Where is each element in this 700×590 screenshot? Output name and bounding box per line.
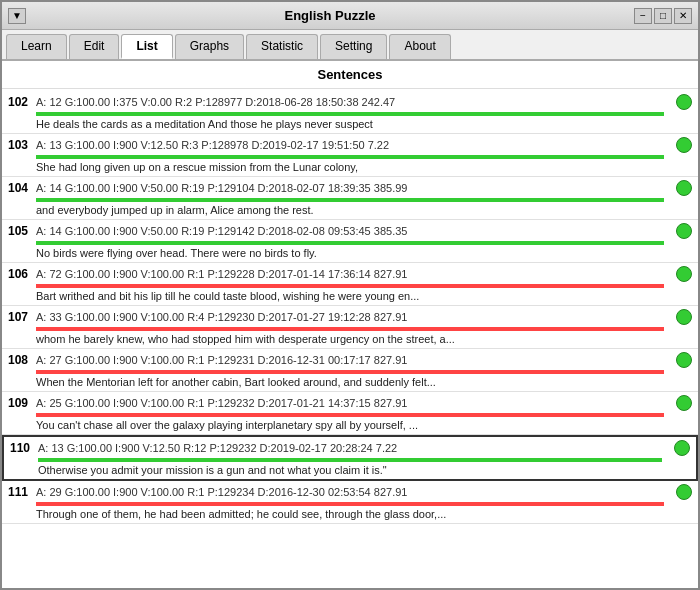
sentence-meta: A: 14 G:100.00 I:900 V:50.00 R:19 P:1291… (36, 225, 670, 237)
status-dot (674, 440, 690, 456)
progress-bar-container (38, 458, 662, 462)
status-dot (676, 309, 692, 325)
progress-bar-container (36, 241, 664, 245)
status-dot (676, 395, 692, 411)
status-dot (676, 94, 692, 110)
progress-bar (36, 241, 664, 245)
sentence-meta: A: 33 G:100.00 I:900 V:100.00 R:4 P:1292… (36, 311, 670, 323)
sentence-text: Bart writhed and bit his lip till he cou… (36, 290, 692, 302)
progress-bar (36, 502, 664, 506)
sentence-meta: A: 72 G:100.00 I:900 V:100.00 R:1 P:1292… (36, 268, 670, 280)
sentence-meta: A: 13 G:100.00 I:900 V:12.50 R:12 P:1292… (38, 442, 668, 454)
table-row[interactable]: 107A: 33 G:100.00 I:900 V:100.00 R:4 P:1… (2, 306, 698, 349)
sentence-number: 106 (8, 267, 36, 281)
sentence-number: 109 (8, 396, 36, 410)
sentence-text: He deals the cards as a meditation And t… (36, 118, 692, 130)
status-dot (676, 223, 692, 239)
sentence-meta: A: 12 G:100.00 I:375 V:0.00 R:2 P:128977… (36, 96, 670, 108)
tab-edit[interactable]: Edit (69, 34, 120, 59)
status-dot (676, 484, 692, 500)
sentence-text: Through one of them, he had been admitte… (36, 508, 692, 520)
progress-bar-container (36, 155, 664, 159)
progress-bar-container (36, 327, 664, 331)
title-bar-left: ▼ (8, 8, 26, 24)
sentence-meta: A: 14 G:100.00 I:900 V:50.00 R:19 P:1291… (36, 182, 670, 194)
table-row[interactable]: 103A: 13 G:100.00 I:900 V:12.50 R:3 P:12… (2, 134, 698, 177)
collapse-button[interactable]: ▼ (8, 8, 26, 24)
table-row[interactable]: 106A: 72 G:100.00 I:900 V:100.00 R:1 P:1… (2, 263, 698, 306)
sentence-meta: A: 29 G:100.00 I:900 V:100.00 R:1 P:1292… (36, 486, 670, 498)
progress-bar-container (36, 112, 664, 116)
status-dot (676, 352, 692, 368)
sentence-text: whom he barely knew, who had stopped him… (36, 333, 692, 345)
table-row[interactable]: 108A: 27 G:100.00 I:900 V:100.00 R:1 P:1… (2, 349, 698, 392)
status-dot (676, 180, 692, 196)
sentence-text: She had long given up on a rescue missio… (36, 161, 692, 173)
sentence-meta: A: 25 G:100.00 I:900 V:100.00 R:1 P:1292… (36, 397, 670, 409)
progress-bar (36, 112, 664, 116)
progress-bar-container (36, 502, 664, 506)
sentence-number: 104 (8, 181, 36, 195)
sentence-meta: A: 27 G:100.00 I:900 V:100.00 R:1 P:1292… (36, 354, 670, 366)
table-row[interactable]: 105A: 14 G:100.00 I:900 V:50.00 R:19 P:1… (2, 220, 698, 263)
sentence-number: 111 (8, 485, 36, 499)
sentences-list[interactable]: 102A: 12 G:100.00 I:375 V:0.00 R:2 P:128… (2, 89, 698, 588)
sentence-number: 110 (10, 441, 38, 455)
progress-bar-container (36, 370, 664, 374)
sentence-meta: A: 13 G:100.00 I:900 V:12.50 R:3 P:12897… (36, 139, 670, 151)
table-row[interactable]: 104A: 14 G:100.00 I:900 V:50.00 R:19 P:1… (2, 177, 698, 220)
close-button[interactable]: ✕ (674, 8, 692, 24)
progress-bar (36, 370, 664, 374)
sentence-text: You can't chase all over the galaxy play… (36, 419, 692, 431)
progress-bar (36, 327, 664, 331)
status-dot (676, 137, 692, 153)
minimize-button[interactable]: − (634, 8, 652, 24)
tab-statistic[interactable]: Statistic (246, 34, 318, 59)
sentence-number: 103 (8, 138, 36, 152)
sentence-number: 107 (8, 310, 36, 324)
sentence-number: 102 (8, 95, 36, 109)
progress-bar (36, 155, 664, 159)
progress-bar (36, 198, 664, 202)
section-header: Sentences (2, 61, 698, 89)
status-dot (676, 266, 692, 282)
main-window: ▼ English Puzzle − □ ✕ LearnEditListGrap… (0, 0, 700, 590)
table-row[interactable]: 102A: 12 G:100.00 I:375 V:0.00 R:2 P:128… (2, 91, 698, 134)
maximize-button[interactable]: □ (654, 8, 672, 24)
table-row[interactable]: 111A: 29 G:100.00 I:900 V:100.00 R:1 P:1… (2, 481, 698, 524)
progress-bar-container (36, 413, 664, 417)
title-bar: ▼ English Puzzle − □ ✕ (2, 2, 698, 30)
tab-setting[interactable]: Setting (320, 34, 387, 59)
sentence-number: 105 (8, 224, 36, 238)
progress-bar (36, 284, 664, 288)
sentence-number: 108 (8, 353, 36, 367)
tab-bar: LearnEditListGraphsStatisticSettingAbout (2, 30, 698, 61)
sentence-text: When the Mentorian left for another cabi… (36, 376, 692, 388)
table-row[interactable]: 109A: 25 G:100.00 I:900 V:100.00 R:1 P:1… (2, 392, 698, 435)
sentence-text: No birds were flying over head. There we… (36, 247, 692, 259)
tab-graphs[interactable]: Graphs (175, 34, 244, 59)
tab-learn[interactable]: Learn (6, 34, 67, 59)
tab-about[interactable]: About (389, 34, 450, 59)
table-row[interactable]: 110A: 13 G:100.00 I:900 V:12.50 R:12 P:1… (2, 435, 698, 481)
window-title: English Puzzle (284, 8, 375, 23)
content-area: Sentences 102A: 12 G:100.00 I:375 V:0.00… (2, 61, 698, 588)
progress-bar-container (36, 284, 664, 288)
sentence-text: Otherwise you admit your mission is a gu… (38, 464, 690, 476)
tab-list[interactable]: List (121, 34, 172, 59)
progress-bar (38, 458, 662, 462)
progress-bar-container (36, 198, 664, 202)
sentence-text: and everybody jumped up in alarm, Alice … (36, 204, 692, 216)
progress-bar (36, 413, 664, 417)
window-controls: − □ ✕ (634, 8, 692, 24)
